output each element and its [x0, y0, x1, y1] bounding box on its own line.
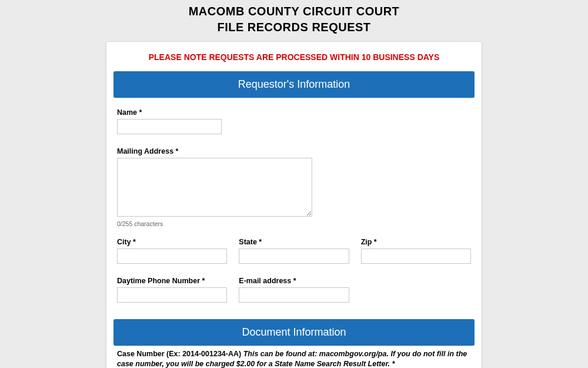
requestor-form: Name * Mailing Address * 0/255 character…: [115, 98, 473, 319]
page-title-line1: MACOMB COUNTY CIRCUIT COURT: [189, 5, 400, 18]
form-card: PLEASE NOTE REQUESTS ARE PROCESSED WITHI…: [106, 41, 482, 368]
processing-notice: PLEASE NOTE REQUESTS ARE PROCESSED WITHI…: [115, 49, 473, 71]
name-input[interactable]: [117, 119, 222, 134]
mailing-address-label: Mailing Address *: [117, 147, 471, 155]
email-input[interactable]: [239, 287, 349, 303]
state-input[interactable]: [239, 248, 349, 264]
zip-label: Zip *: [361, 238, 471, 246]
zip-input[interactable]: [361, 248, 471, 264]
page-title: MACOMB COUNTY CIRCUIT COURT FILE RECORDS…: [106, 0, 482, 41]
phone-input[interactable]: [117, 287, 227, 303]
case-number-lead: Case Number (Ex: 2014-001234-AA): [117, 350, 243, 358]
section-header-document: Document Information: [113, 319, 475, 346]
city-label: City *: [117, 238, 227, 246]
mailing-address-counter: 0/255 characters: [117, 220, 471, 227]
phone-label: Daytime Phone Number *: [117, 277, 227, 285]
page-title-line2: FILE RECORDS REQUEST: [217, 21, 370, 34]
section-header-requestor: Requestor's Information: [113, 71, 475, 98]
name-label: Name *: [117, 108, 471, 117]
city-input[interactable]: [117, 248, 227, 264]
state-label: State *: [239, 238, 349, 246]
case-number-note: Case Number (Ex: 2014-001234-AA) This ca…: [115, 346, 473, 368]
mailing-address-textarea[interactable]: [117, 158, 312, 217]
email-label: E-mail address *: [239, 277, 349, 285]
